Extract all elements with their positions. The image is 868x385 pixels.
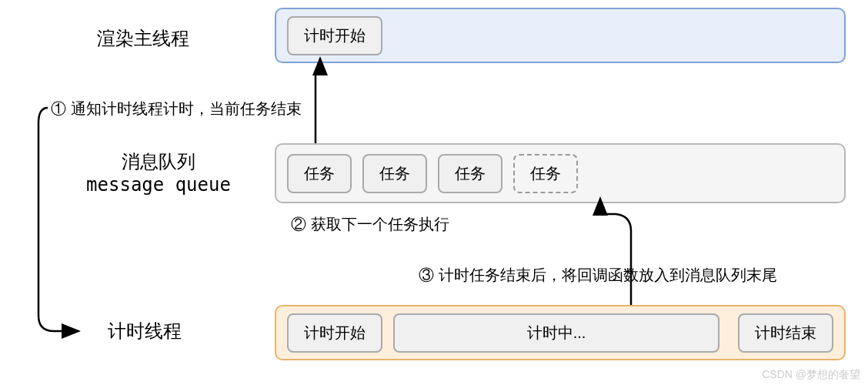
arrow-notify-timer — [38, 108, 77, 331]
timer-thread-lane: 计时开始 计时中... 计时结束 — [275, 305, 846, 360]
arrow-callback-enqueue — [600, 200, 631, 305]
annotation-2: ② 获取下一个任务执行 — [291, 214, 449, 235]
timer-thread-text: 计时线程 — [108, 319, 182, 343]
queue-task-dashed: 任务 — [513, 154, 578, 193]
message-queue-lane: 任务 任务 任务 任务 — [275, 143, 846, 203]
render-thread-text: 渲染主线程 — [97, 26, 189, 50]
message-queue-label: 消息队列 message queue — [74, 149, 243, 197]
annotation-3: ③ 计时任务结束后，将回调函数放入到消息队列末尾 — [419, 265, 777, 286]
queue-task: 任务 — [438, 154, 502, 193]
watermark: CSDN @梦想的奢望 — [762, 368, 860, 382]
annotation-2-text: ② 获取下一个任务执行 — [291, 216, 449, 233]
timer-task-end: 计时结束 — [738, 313, 833, 353]
timer-start-label: 计时开始 — [304, 324, 366, 341]
render-task-label: 计时开始 — [304, 27, 366, 44]
message-queue-en: message queue — [86, 173, 231, 197]
arrow-fetch-task — [315, 60, 320, 143]
queue-task: 任务 — [362, 154, 427, 193]
watermark-text: CSDN @梦想的奢望 — [762, 368, 860, 380]
timer-thread-label: 计时线程 — [91, 319, 199, 343]
queue-task-dashed-label: 任务 — [530, 165, 561, 182]
annotation-3-text: ③ 计时任务结束后，将回调函数放入到消息队列末尾 — [419, 266, 777, 283]
render-thread-label: 渲染主线程 — [74, 26, 212, 50]
timer-task-start: 计时开始 — [287, 313, 382, 353]
timer-running-label: 计时中... — [527, 324, 586, 341]
timer-end-label: 计时结束 — [755, 324, 816, 341]
queue-task-label: 任务 — [379, 165, 410, 182]
queue-task-label: 任务 — [304, 165, 335, 182]
render-task-timer-start: 计时开始 — [287, 16, 382, 55]
timer-task-running: 计时中... — [393, 313, 719, 353]
queue-task-label: 任务 — [455, 165, 486, 182]
annotation-1: ① 通知计时线程计时，当前任务结束 — [51, 99, 302, 119]
render-thread-lane: 计时开始 — [275, 8, 846, 63]
message-queue-cn: 消息队列 — [122, 149, 195, 173]
annotation-1-text: ① 通知计时线程计时，当前任务结束 — [51, 100, 302, 117]
queue-task: 任务 — [287, 154, 352, 193]
